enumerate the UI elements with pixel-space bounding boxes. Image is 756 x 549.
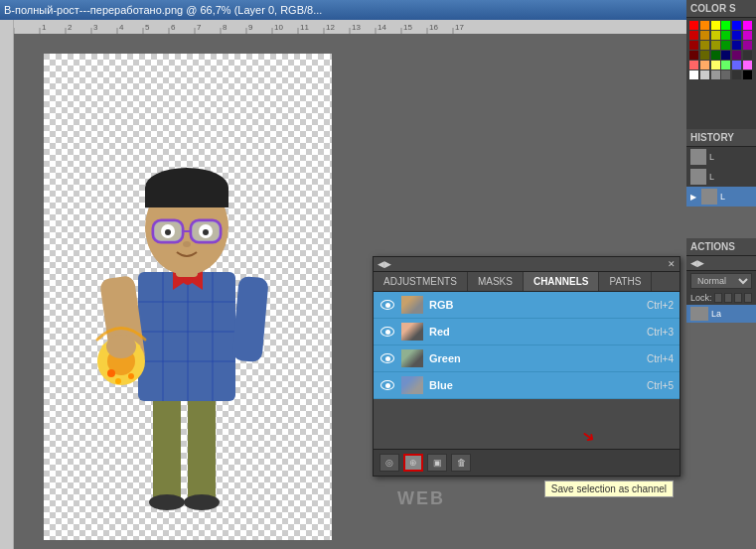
svg-point-45 [184, 494, 220, 510]
window-title: B-полный-рост---переработано.png @ 66,7%… [4, 4, 700, 16]
panel-collapse-icon[interactable]: ◀▶ [378, 259, 391, 269]
ruler-vertical [0, 20, 14, 549]
svg-text:14: 14 [378, 23, 386, 32]
title-bar: B-полный-рост---переработано.png @ 66,7%… [0, 0, 756, 20]
color-swatch[interactable] [700, 31, 709, 40]
color-swatch[interactable] [732, 31, 741, 40]
svg-text:11: 11 [300, 23, 309, 32]
ruler-horizontal: 1234567891011121314151617 [14, 20, 756, 34]
channel-visibility-eye[interactable] [379, 297, 395, 313]
history-item[interactable]: L [686, 167, 756, 187]
channel-visibility-eye[interactable] [379, 377, 395, 393]
color-swatch[interactable] [743, 61, 752, 69]
color-swatch[interactable] [700, 70, 709, 79]
history-item[interactable]: L [686, 147, 756, 167]
svg-point-71 [183, 241, 191, 247]
color-swatch[interactable] [711, 61, 720, 69]
channel-row-rgb[interactable]: RGBCtrl+2 [374, 292, 680, 319]
channel-tool-buttons: ◎⊕▣🗑 [379, 454, 471, 472]
svg-text:7: 7 [197, 23, 202, 32]
color-swatch[interactable] [732, 70, 741, 79]
delete-channel[interactable]: 🗑 [451, 454, 471, 472]
channels-tab-paths[interactable]: PATHS [599, 272, 652, 291]
lock-checkbox-4[interactable] [744, 293, 752, 303]
svg-rect-61 [145, 188, 228, 207]
channel-thumbnail [401, 349, 423, 367]
color-swatch[interactable] [711, 41, 720, 50]
color-swatch[interactable] [732, 51, 741, 60]
channel-name-label: RGB [429, 299, 641, 311]
character-illustration [44, 54, 332, 540]
channel-thumbnail [401, 323, 423, 341]
svg-rect-42 [153, 391, 181, 500]
svg-point-44 [149, 494, 185, 510]
color-swatch[interactable] [700, 41, 709, 50]
color-swatch[interactable] [711, 31, 720, 40]
channels-tab-masks[interactable]: MASKS [468, 272, 524, 291]
channel-row-red[interactable]: RedCtrl+3 [374, 319, 680, 345]
color-swatch[interactable] [689, 61, 698, 69]
color-swatch[interactable] [711, 21, 720, 30]
history-item[interactable]: ▶L [686, 187, 756, 206]
blend-mode-row: Normal [686, 271, 756, 291]
lock-checkbox-1[interactable] [714, 293, 722, 303]
active-layer-item[interactable]: La [686, 305, 756, 323]
svg-point-70 [203, 229, 209, 235]
svg-text:13: 13 [352, 23, 361, 32]
svg-rect-46 [138, 272, 235, 401]
color-swatch[interactable] [689, 21, 698, 30]
color-swatch[interactable] [700, 61, 709, 69]
color-swatch[interactable] [721, 41, 730, 50]
color-swatch[interactable] [721, 51, 730, 60]
svg-point-75 [128, 373, 134, 379]
color-swatch[interactable] [721, 61, 730, 69]
channels-tab-channels[interactable]: CHANNELS [524, 272, 600, 291]
channel-visibility-eye[interactable] [379, 324, 395, 340]
color-swatch[interactable] [721, 21, 730, 30]
lock-label: Lock: [690, 293, 712, 303]
layers-panel-header: ◀▶ [686, 256, 756, 271]
lock-checkbox-3[interactable] [734, 293, 742, 303]
blend-mode-select[interactable]: Normal [690, 273, 752, 289]
channels-tab-adjustments[interactable]: ADJUSTMENTS [374, 272, 468, 291]
color-swatch[interactable] [743, 41, 752, 50]
color-swatch[interactable] [711, 70, 720, 79]
color-swatch[interactable] [721, 31, 730, 40]
history-thumbnail [690, 149, 706, 165]
history-active-indicator: ▶ [690, 193, 696, 202]
color-swatch[interactable] [743, 21, 752, 30]
color-swatch[interactable] [732, 41, 741, 50]
color-swatch[interactable] [700, 21, 709, 30]
channel-visibility-eye[interactable] [379, 350, 395, 366]
svg-point-69 [165, 229, 171, 235]
channel-row-blue[interactable]: BlueCtrl+5 [374, 372, 680, 399]
color-panel: COLOR S [686, 0, 756, 129]
channels-panel: ◀▶ ✕ ADJUSTMENTSMASKSCHANNELSPATHS RGBCt… [373, 256, 680, 477]
color-swatch[interactable] [732, 61, 741, 69]
color-swatch[interactable] [743, 31, 752, 40]
color-swatch[interactable] [732, 21, 741, 30]
color-swatch[interactable] [689, 31, 698, 40]
color-swatch[interactable] [689, 41, 698, 50]
panel-close-btn[interactable]: ✕ [668, 259, 676, 269]
lock-checkbox-2[interactable] [724, 293, 732, 303]
channels-panel-drag-header[interactable]: ◀▶ ✕ [374, 257, 680, 272]
load-channel-as-selection[interactable]: ◎ [379, 454, 399, 472]
create-new-channel[interactable]: ▣ [427, 454, 447, 472]
color-swatch[interactable] [743, 70, 752, 79]
svg-text:3: 3 [93, 23, 98, 32]
color-swatch[interactable] [711, 51, 720, 60]
color-swatch[interactable] [721, 70, 730, 79]
layers-panel-expand[interactable]: ◀▶ [690, 258, 704, 268]
color-swatch[interactable] [700, 51, 709, 60]
color-swatch[interactable] [689, 51, 698, 60]
channel-row-green[interactable]: GreenCtrl+4 [374, 345, 680, 372]
color-swatch[interactable] [689, 70, 698, 79]
history-panel: HISTORY LL▶L [686, 129, 756, 206]
channel-shortcut-label: Ctrl+3 [647, 327, 674, 338]
svg-text:1: 1 [42, 23, 47, 32]
svg-text:16: 16 [429, 23, 438, 32]
save-selection-as-channel[interactable]: ⊕ [403, 454, 423, 472]
svg-text:9: 9 [248, 23, 253, 32]
color-swatch[interactable] [743, 51, 752, 60]
